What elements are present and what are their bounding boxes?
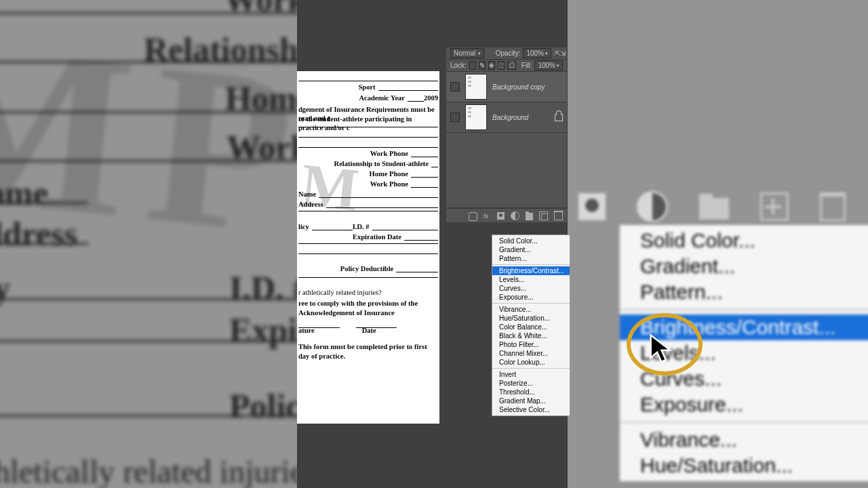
opacity-label: Opacity: — [496, 49, 521, 57]
menu-item[interactable]: Photo Filter... — [492, 340, 570, 349]
layers-footer — [446, 208, 567, 222]
menu-item[interactable]: Channel Mixer... — [492, 349, 570, 358]
menu-item[interactable]: Exposure... — [620, 392, 868, 418]
lock-transparency-icon[interactable] — [469, 61, 476, 70]
adjustment-layer-icon[interactable] — [637, 191, 668, 222]
menu-item[interactable]: Exposure... — [492, 293, 570, 302]
layer-thumbnail — [465, 104, 487, 130]
link-layers-icon[interactable] — [469, 212, 477, 221]
layers-panel: Normal▾ Opacity: 100%▾ ⇱⇲ Lock: ✎ ✥ ⬚ Fi… — [446, 47, 567, 222]
watermark-brand: Smart Graphics — [317, 373, 392, 386]
menu-item[interactable]: Vibrance... — [492, 305, 570, 314]
menu-item[interactable]: Gradient Map... — [492, 396, 570, 405]
lock-icon[interactable] — [555, 114, 563, 121]
add-mask-icon[interactable] — [578, 193, 606, 220]
layer-fx-icon[interactable] — [484, 212, 491, 220]
blend-mode-select[interactable]: Normal▾ — [450, 48, 484, 58]
lock-position-icon[interactable]: ✥ — [488, 61, 495, 70]
document-canvas[interactable]: M Sport Academic Year2009 dgement of Ins… — [297, 71, 439, 424]
adjustment-layer-icon[interactable] — [511, 211, 519, 220]
menu-item[interactable]: Pattern... — [492, 254, 570, 263]
layers-blend-row: Normal▾ Opacity: 100%▾ ⇱⇲ — [446, 47, 567, 60]
layer-thumbnail — [465, 74, 487, 100]
new-group-icon[interactable] — [526, 213, 533, 220]
menu-item[interactable]: Hue/Saturation... — [620, 453, 868, 479]
fill-field[interactable]: 100%▾ — [534, 60, 563, 70]
layer-row-background-copy[interactable]: Background copy — [446, 72, 567, 102]
menu-item[interactable]: Gradient... — [492, 245, 570, 254]
menu-item[interactable]: Gradient... — [620, 253, 868, 279]
layers-footer-zoom — [563, 190, 861, 224]
menu-item[interactable]: Brightness/Contrast... — [492, 266, 570, 275]
menu-item[interactable]: Selective Color... — [492, 405, 570, 414]
menu-item[interactable]: Invert — [492, 370, 570, 379]
new-group-icon[interactable] — [699, 198, 729, 220]
menu-item[interactable]: Color Balance... — [492, 323, 570, 331]
menu-item[interactable]: Levels... — [492, 275, 570, 284]
layer-name: Background copy — [492, 83, 545, 91]
delete-layer-icon[interactable] — [554, 211, 563, 220]
adjustment-menu-zoom: Solid Color...Gradient...Pattern...Brigh… — [618, 224, 868, 483]
opacity-field[interactable]: 100%▾ — [523, 48, 551, 58]
layer-name: Background — [492, 114, 528, 121]
menu-item[interactable]: Solid Color... — [620, 228, 868, 253]
lock-artboard-icon[interactable]: ⬚ — [498, 61, 505, 70]
menu-item[interactable]: Solid Color... — [492, 237, 570, 245]
menu-item[interactable]: Posterize... — [492, 379, 570, 388]
lock-all-icon[interactable] — [507, 61, 516, 70]
fill-label: Fill: — [521, 62, 532, 69]
menu-item[interactable]: Curves... — [620, 366, 868, 392]
lock-label: Lock: — [450, 62, 467, 69]
visibility-toggle-icon[interactable] — [450, 82, 460, 92]
add-mask-icon[interactable] — [497, 212, 505, 220]
menu-item[interactable]: Curves... — [492, 284, 570, 293]
visibility-toggle-icon[interactable] — [450, 113, 460, 122]
menu-item[interactable]: Black & White... — [492, 331, 570, 340]
new-layer-icon[interactable] — [539, 211, 548, 220]
menu-item[interactable]: Brightness/Contrast... — [620, 314, 868, 340]
menu-item[interactable]: Vibrance... — [620, 427, 868, 453]
menu-item[interactable]: Color Lookup... — [492, 358, 570, 367]
panel-collapse-icon[interactable]: ⇱⇲ — [554, 49, 563, 57]
layer-row-background[interactable]: Background — [446, 102, 567, 133]
menu-item[interactable]: Levels... — [620, 340, 868, 366]
new-layer-icon[interactable] — [760, 192, 789, 221]
menu-item[interactable]: Pattern... — [620, 279, 868, 305]
delete-layer-icon[interactable] — [820, 192, 846, 222]
menu-item[interactable]: Hue/Saturation... — [492, 314, 570, 323]
menu-item[interactable]: Threshold... — [492, 388, 570, 396]
adjustment-menu: Solid Color...Gradient...Pattern...Brigh… — [492, 235, 570, 416]
lock-image-icon[interactable]: ✎ — [479, 61, 486, 70]
layers-lock-row: Lock: ✎ ✥ ⬚ Fill: 100%▾ — [446, 60, 567, 72]
